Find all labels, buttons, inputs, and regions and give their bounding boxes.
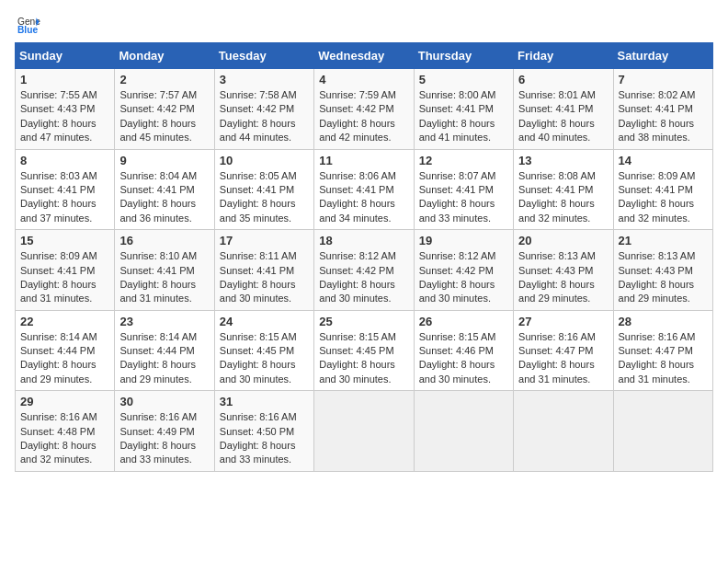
day-detail: Sunrise: 8:16 AM Sunset: 4:49 PM Dayligh… [119, 410, 209, 467]
calendar-cell: 16 Sunrise: 8:10 AM Sunset: 4:41 PM Dayl… [115, 230, 214, 311]
calendar-cell: 17 Sunrise: 8:11 AM Sunset: 4:41 PM Dayl… [214, 230, 313, 311]
day-number: 29 [20, 395, 109, 408]
day-number: 31 [220, 395, 309, 408]
day-detail: Sunrise: 8:11 AM Sunset: 4:41 PM Dayligh… [220, 249, 309, 306]
day-number: 6 [518, 73, 608, 86]
day-detail: Sunrise: 7:55 AM Sunset: 4:43 PM Dayligh… [20, 88, 109, 145]
day-detail: Sunrise: 7:57 AM Sunset: 4:42 PM Dayligh… [119, 88, 209, 145]
calendar-cell: 10 Sunrise: 8:05 AM Sunset: 4:41 PM Dayl… [214, 149, 313, 230]
day-number: 12 [419, 154, 508, 167]
dow-header-monday: Monday [115, 43, 214, 69]
week-row-3: 15 Sunrise: 8:09 AM Sunset: 4:41 PM Dayl… [16, 230, 713, 311]
day-number: 4 [319, 73, 408, 86]
day-number: 23 [119, 315, 209, 328]
calendar-cell: 27 Sunrise: 8:16 AM Sunset: 4:47 PM Dayl… [514, 310, 613, 391]
dow-header-thursday: Thursday [414, 43, 513, 69]
calendar-cell: 19 Sunrise: 8:12 AM Sunset: 4:42 PM Dayl… [414, 230, 513, 311]
calendar-cell: 23 Sunrise: 8:14 AM Sunset: 4:44 PM Dayl… [115, 310, 214, 391]
day-detail: Sunrise: 8:14 AM Sunset: 4:44 PM Dayligh… [20, 330, 109, 387]
day-number: 14 [619, 154, 708, 167]
day-detail: Sunrise: 8:15 AM Sunset: 4:46 PM Dayligh… [419, 330, 508, 387]
calendar-cell: 4 Sunrise: 7:59 AM Sunset: 4:42 PM Dayli… [314, 69, 414, 150]
header: General Blue [15, 15, 713, 35]
day-number: 15 [20, 234, 109, 247]
dow-header-wednesday: Wednesday [314, 43, 414, 69]
day-number: 1 [20, 73, 109, 86]
dow-header-friday: Friday [514, 43, 613, 69]
calendar-table: SundayMondayTuesdayWednesdayThursdayFrid… [15, 42, 713, 472]
calendar-cell: 9 Sunrise: 8:04 AM Sunset: 4:41 PM Dayli… [115, 149, 214, 230]
calendar-cell: 31 Sunrise: 8:16 AM Sunset: 4:50 PM Dayl… [214, 391, 313, 472]
week-row-2: 8 Sunrise: 8:03 AM Sunset: 4:41 PM Dayli… [16, 149, 713, 230]
day-detail: Sunrise: 8:12 AM Sunset: 4:42 PM Dayligh… [319, 249, 408, 306]
calendar-cell [514, 391, 613, 472]
calendar-cell: 6 Sunrise: 8:01 AM Sunset: 4:41 PM Dayli… [514, 69, 613, 150]
day-detail: Sunrise: 8:06 AM Sunset: 4:41 PM Dayligh… [319, 169, 408, 226]
calendar-cell: 18 Sunrise: 8:12 AM Sunset: 4:42 PM Dayl… [314, 230, 414, 311]
calendar-cell: 8 Sunrise: 8:03 AM Sunset: 4:41 PM Dayli… [16, 149, 115, 230]
day-number: 27 [518, 315, 608, 328]
day-number: 11 [319, 154, 408, 167]
calendar-body: 1 Sunrise: 7:55 AM Sunset: 4:43 PM Dayli… [16, 69, 713, 472]
calendar-cell: 24 Sunrise: 8:15 AM Sunset: 4:45 PM Dayl… [214, 310, 313, 391]
calendar-cell: 7 Sunrise: 8:02 AM Sunset: 4:41 PM Dayli… [613, 69, 712, 150]
day-detail: Sunrise: 8:16 AM Sunset: 4:50 PM Dayligh… [220, 410, 309, 467]
day-detail: Sunrise: 8:16 AM Sunset: 4:48 PM Dayligh… [20, 410, 109, 467]
dow-header-sunday: Sunday [16, 43, 115, 69]
week-row-4: 22 Sunrise: 8:14 AM Sunset: 4:44 PM Dayl… [16, 310, 713, 391]
calendar-cell [613, 391, 712, 472]
calendar-cell: 25 Sunrise: 8:15 AM Sunset: 4:45 PM Dayl… [314, 310, 414, 391]
calendar-cell: 22 Sunrise: 8:14 AM Sunset: 4:44 PM Dayl… [16, 310, 115, 391]
day-number: 19 [419, 234, 508, 247]
day-number: 3 [220, 73, 309, 86]
calendar-cell: 12 Sunrise: 8:07 AM Sunset: 4:41 PM Dayl… [414, 149, 513, 230]
day-number: 13 [518, 154, 608, 167]
day-number: 24 [220, 315, 309, 328]
day-number: 28 [619, 315, 708, 328]
day-number: 2 [119, 73, 209, 86]
day-number: 20 [518, 234, 608, 247]
day-detail: Sunrise: 8:15 AM Sunset: 4:45 PM Dayligh… [319, 330, 408, 387]
day-number: 9 [119, 154, 209, 167]
day-detail: Sunrise: 8:10 AM Sunset: 4:41 PM Dayligh… [119, 249, 209, 306]
day-number: 21 [619, 234, 708, 247]
calendar-cell: 11 Sunrise: 8:06 AM Sunset: 4:41 PM Dayl… [314, 149, 414, 230]
calendar-cell: 30 Sunrise: 8:16 AM Sunset: 4:49 PM Dayl… [115, 391, 214, 472]
day-detail: Sunrise: 8:07 AM Sunset: 4:41 PM Dayligh… [419, 169, 508, 226]
day-detail: Sunrise: 8:14 AM Sunset: 4:44 PM Dayligh… [119, 330, 209, 387]
day-detail: Sunrise: 7:58 AM Sunset: 4:42 PM Dayligh… [220, 88, 309, 145]
logo: General Blue [15, 15, 44, 35]
day-detail: Sunrise: 8:09 AM Sunset: 4:41 PM Dayligh… [619, 169, 708, 226]
day-detail: Sunrise: 8:12 AM Sunset: 4:42 PM Dayligh… [419, 249, 508, 306]
calendar-cell: 21 Sunrise: 8:13 AM Sunset: 4:43 PM Dayl… [613, 230, 712, 311]
calendar-cell: 28 Sunrise: 8:16 AM Sunset: 4:47 PM Dayl… [613, 310, 712, 391]
day-number: 10 [220, 154, 309, 167]
calendar-cell [414, 391, 513, 472]
calendar-cell: 3 Sunrise: 7:58 AM Sunset: 4:42 PM Dayli… [214, 69, 313, 150]
day-detail: Sunrise: 7:59 AM Sunset: 4:42 PM Dayligh… [319, 88, 408, 145]
day-detail: Sunrise: 8:16 AM Sunset: 4:47 PM Dayligh… [619, 330, 708, 387]
day-detail: Sunrise: 8:15 AM Sunset: 4:45 PM Dayligh… [220, 330, 309, 387]
day-detail: Sunrise: 8:16 AM Sunset: 4:47 PM Dayligh… [518, 330, 608, 387]
calendar-cell: 5 Sunrise: 8:00 AM Sunset: 4:41 PM Dayli… [414, 69, 513, 150]
day-number: 8 [20, 154, 109, 167]
calendar-cell: 13 Sunrise: 8:08 AM Sunset: 4:41 PM Dayl… [514, 149, 613, 230]
day-detail: Sunrise: 8:00 AM Sunset: 4:41 PM Dayligh… [419, 88, 508, 145]
day-number: 16 [119, 234, 209, 247]
day-number: 26 [419, 315, 508, 328]
days-of-week-row: SundayMondayTuesdayWednesdayThursdayFrid… [16, 43, 713, 69]
calendar-cell: 2 Sunrise: 7:57 AM Sunset: 4:42 PM Dayli… [115, 69, 214, 150]
day-number: 17 [220, 234, 309, 247]
calendar-cell: 26 Sunrise: 8:15 AM Sunset: 4:46 PM Dayl… [414, 310, 513, 391]
calendar-cell: 29 Sunrise: 8:16 AM Sunset: 4:48 PM Dayl… [16, 391, 115, 472]
logo-icon: General Blue [15, 15, 40, 35]
day-detail: Sunrise: 8:13 AM Sunset: 4:43 PM Dayligh… [619, 249, 708, 306]
day-detail: Sunrise: 8:08 AM Sunset: 4:41 PM Dayligh… [518, 169, 608, 226]
day-detail: Sunrise: 8:04 AM Sunset: 4:41 PM Dayligh… [119, 169, 209, 226]
svg-text:Blue: Blue [17, 25, 38, 35]
calendar-cell: 20 Sunrise: 8:13 AM Sunset: 4:43 PM Dayl… [514, 230, 613, 311]
day-number: 18 [319, 234, 408, 247]
day-number: 22 [20, 315, 109, 328]
calendar-cell: 14 Sunrise: 8:09 AM Sunset: 4:41 PM Dayl… [613, 149, 712, 230]
day-detail: Sunrise: 8:13 AM Sunset: 4:43 PM Dayligh… [518, 249, 608, 306]
